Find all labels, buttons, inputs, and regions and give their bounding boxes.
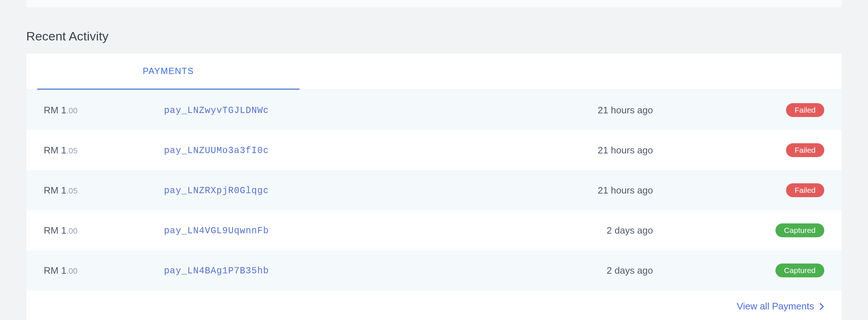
amount-cents: .05 (66, 186, 78, 195)
table-row: RM 1.05pay_LNZUUMo3a3fI0c21 hours agoFai… (26, 130, 842, 170)
amount-whole: RM 1 (44, 265, 66, 276)
activity-card: PAYMENTS RM 1.00pay_LNZwyvTGJLDNWc21 hou… (26, 54, 842, 320)
payment-id-cell: pay_LN4VGL9UqwnnFb (164, 225, 426, 236)
payment-id-link[interactable]: pay_LN4BAg1P7B35hb (164, 266, 269, 276)
time-cell: 2 days ago (426, 225, 762, 236)
section-title: Recent Activity (26, 29, 842, 43)
view-all-footer: View all Payments (26, 290, 842, 320)
payment-id-link[interactable]: pay_LNZwyvTGJLDNWc (164, 105, 269, 116)
status-badge: Captured (775, 223, 824, 237)
table-row: RM 1.05pay_LNZRXpjR0Glqgc21 hours agoFai… (26, 170, 842, 210)
amount-cell: RM 1.00 (44, 265, 164, 276)
payment-id-cell: pay_LNZUUMo3a3fI0c (164, 144, 426, 156)
status-badge: Captured (775, 264, 824, 277)
payment-rows: RM 1.00pay_LNZwyvTGJLDNWc21 hours agoFai… (26, 90, 842, 290)
amount-whole: RM 1 (44, 185, 66, 196)
amount-cell: RM 1.00 (44, 105, 164, 116)
time-cell: 21 hours ago (426, 105, 762, 116)
payment-id-link[interactable]: pay_LNZUUMo3a3fI0c (164, 145, 269, 156)
status-cell: Captured (762, 264, 824, 277)
status-cell: Captured (762, 223, 824, 237)
amount-cell: RM 1.05 (44, 185, 164, 196)
status-badge: Failed (786, 103, 824, 117)
top-bar-strip (26, 0, 842, 7)
status-cell: Failed (762, 103, 824, 117)
table-row: RM 1.00pay_LN4VGL9UqwnnFb2 days agoCaptu… (26, 210, 842, 250)
status-badge: Failed (786, 183, 824, 197)
view-all-payments-link[interactable]: View all Payments (737, 301, 814, 312)
amount-cell: RM 1.00 (44, 225, 164, 236)
status-cell: Failed (762, 183, 824, 197)
time-cell: 21 hours ago (426, 145, 762, 156)
chevron-right-icon (819, 303, 824, 311)
payment-id-cell: pay_LNZwyvTGJLDNWc (164, 104, 426, 116)
table-row: RM 1.00pay_LNZwyvTGJLDNWc21 hours agoFai… (26, 90, 842, 130)
amount-whole: RM 1 (44, 225, 66, 236)
tab-bar: PAYMENTS (26, 54, 842, 90)
tab-payments[interactable]: PAYMENTS (37, 54, 300, 90)
status-cell: Failed (762, 143, 824, 157)
table-row: RM 1.00pay_LN4BAg1P7B35hb2 days agoCaptu… (26, 250, 842, 290)
status-badge: Failed (786, 143, 824, 157)
time-cell: 2 days ago (426, 265, 762, 276)
payment-id-cell: pay_LN4BAg1P7B35hb (164, 265, 426, 276)
amount-cents: .05 (66, 146, 78, 155)
amount-cents: .00 (66, 266, 78, 276)
payment-id-link[interactable]: pay_LN4VGL9UqwnnFb (164, 226, 269, 236)
payment-id-cell: pay_LNZRXpjR0Glqgc (164, 184, 426, 196)
amount-cents: .00 (66, 226, 78, 235)
time-cell: 21 hours ago (426, 185, 762, 196)
payment-id-link[interactable]: pay_LNZRXpjR0Glqgc (164, 186, 269, 196)
amount-cell: RM 1.05 (44, 145, 164, 156)
amount-whole: RM 1 (44, 105, 66, 116)
amount-cents: .00 (66, 106, 78, 115)
amount-whole: RM 1 (44, 145, 66, 156)
